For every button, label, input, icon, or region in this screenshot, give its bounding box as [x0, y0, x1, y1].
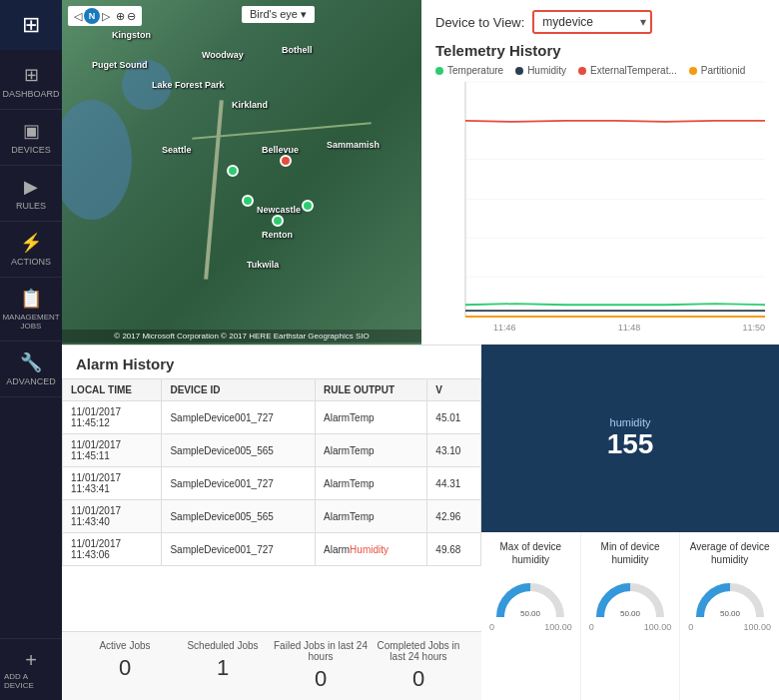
sidebar-logo: ⊞	[0, 0, 62, 50]
cell-device: SampleDevice005_565	[162, 500, 316, 533]
gauge-title-min: Min of device humidity	[589, 540, 672, 566]
map-zoom-in[interactable]: ⊕	[116, 10, 125, 23]
sidebar-item-devices[interactable]: ▣ DEVICES	[0, 110, 62, 166]
legend-dot-partition	[689, 67, 697, 75]
map-label-renton: Renton	[262, 230, 293, 240]
alarm-table-wrapper[interactable]: LOCAL TIME DEVICE ID RULE OUTPUT V 11/01…	[62, 378, 481, 631]
device-to-view-label: Device to View:	[435, 15, 524, 30]
map-zoom-out[interactable]: ⊖	[127, 10, 136, 23]
management-icon: 📋	[20, 288, 42, 310]
map-label-bellevue: Bellevue	[262, 145, 299, 155]
cell-value: 44.31	[427, 467, 481, 500]
map-road-i5	[204, 100, 224, 280]
sidebar-item-actions[interactable]: ⚡ ACTIONS	[0, 222, 62, 278]
gauge-svg-max: 50.00	[490, 572, 570, 622]
actions-icon: ⚡	[20, 232, 42, 254]
sidebar-item-advanced[interactable]: 🔧 ADVANCED	[0, 342, 62, 397]
sidebar-item-label: ACTIONS	[11, 257, 51, 267]
legend-external: ExternalTemperat...	[578, 65, 677, 76]
col-value: V	[427, 379, 481, 401]
map-back-icon[interactable]: ◁	[74, 10, 82, 23]
gauge-max-label-3: 100.00	[743, 622, 771, 632]
map-label-kirkland: Kirkland	[232, 100, 268, 110]
bottom-row: Alarm History LOCAL TIME DEVICE ID RULE …	[62, 345, 779, 700]
sidebar-item-rules[interactable]: ▶ RULES	[0, 166, 62, 222]
x-label-1148: 11:48	[618, 323, 641, 333]
map-label-seattle: Seattle	[162, 145, 192, 155]
chart-area: 11:46 11:48 11:50	[465, 82, 765, 317]
gauge-range-avg: 0 100.00	[688, 622, 771, 632]
gauge-svg-min: 50.00	[590, 572, 670, 622]
device-select-wrapper: mydevice	[532, 10, 652, 34]
cell-device: SampleDevice005_565	[162, 434, 316, 467]
col-time: LOCAL TIME	[63, 379, 162, 401]
map-toolbar: ◁ N ▷ ⊕ ⊖	[68, 6, 142, 26]
col-device: DEVICE ID	[162, 379, 316, 401]
job-completed: Completed Jobs in last 24 hours 0	[370, 640, 467, 692]
devices-icon: ▣	[23, 120, 40, 142]
legend-label-external: ExternalTemperat...	[590, 65, 677, 76]
sidebar-item-label: DASHBOARD	[3, 89, 60, 99]
table-row: 11/01/201711:45:12 SampleDevice001_727 A…	[63, 401, 481, 434]
birds-eye-label: Bird's eye ▾	[250, 8, 307, 20]
legend-dot-external	[578, 67, 586, 75]
cell-device: SampleDevice001_727	[162, 401, 316, 434]
map-birds-eye[interactable]: Bird's eye ▾	[242, 6, 315, 23]
table-row: 11/01/201711:43:41 SampleDevice001_727 A…	[63, 467, 481, 500]
map-pin-green-3[interactable]	[302, 200, 314, 212]
gauge-range-min: 0 100.00	[589, 622, 672, 632]
cell-value: 43.10	[427, 434, 481, 467]
device-select[interactable]: mydevice	[532, 10, 652, 34]
cell-value: 49.68	[427, 533, 481, 566]
sidebar-item-dashboard[interactable]: ⊞ DASHBOARD	[0, 54, 62, 110]
add-device-label: ADD A DEVICE	[4, 672, 58, 690]
gauge-card-avg: Average of device humidity 50.00 0 100.0…	[680, 532, 779, 700]
rules-icon: ▶	[24, 176, 38, 198]
chart-svg	[465, 82, 765, 317]
alarm-table-header: LOCAL TIME DEVICE ID RULE OUTPUT V	[63, 379, 481, 401]
job-failed-label: Failed Jobs in last 24 hours	[272, 640, 370, 662]
cell-device: SampleDevice001_727	[162, 467, 316, 500]
alarm-title: Alarm History	[62, 346, 481, 378]
legend-label-temp: Temperature	[447, 65, 503, 76]
map-label-woodway: Woodway	[202, 50, 244, 60]
job-failed: Failed Jobs in last 24 hours 0	[272, 640, 370, 692]
job-active-value: 0	[76, 655, 174, 681]
cell-time: 11/01/201711:43:40	[63, 500, 162, 533]
map-forward-icon[interactable]: ▷	[102, 10, 110, 23]
top-row: ◁ N ▷ ⊕ ⊖ Bird's eye ▾ Kingston Woodway …	[62, 0, 779, 345]
right-panels: humidity 155 Max of device humidity 50.0…	[481, 345, 779, 700]
table-row: 11/01/201711:43:40 SampleDevice005_565 A…	[63, 500, 481, 533]
job-failed-value: 0	[272, 666, 370, 692]
map-pin-green-1[interactable]	[242, 195, 254, 207]
map-pin-red[interactable]	[280, 155, 292, 167]
cell-rule: AlarmTemp	[315, 500, 426, 533]
gauge-row: Max of device humidity 50.00 0 100.00 Mi…	[481, 532, 779, 700]
cell-value: 45.01	[427, 401, 481, 434]
map-pin-green-2[interactable]	[272, 215, 284, 227]
chart-legend: Temperature Humidity ExternalTemperat...…	[435, 65, 765, 76]
chart-wrapper: 60 50 40 30 20 10 0	[435, 82, 765, 335]
add-device-button[interactable]: + ADD A DEVICE	[0, 638, 62, 700]
gauge-title-max: Max of device humidity	[489, 540, 572, 566]
alarm-panel: Alarm History LOCAL TIME DEVICE ID RULE …	[62, 345, 481, 700]
legend-label-humidity: Humidity	[527, 65, 566, 76]
legend-partition: Partitionid	[689, 65, 745, 76]
sidebar-item-management[interactable]: 📋 MANAGEMENT JOBS	[0, 278, 62, 342]
sidebar-item-label: ADVANCED	[6, 376, 55, 386]
job-active-label: Active Jobs	[76, 640, 174, 651]
x-label-1146: 11:46	[493, 323, 516, 333]
map-container: ◁ N ▷ ⊕ ⊖ Bird's eye ▾ Kingston Woodway …	[62, 0, 421, 345]
map-north-icon: N	[84, 8, 100, 24]
humidity-tile: humidity 155	[481, 345, 779, 532]
map-label-tukwila: Tukwila	[247, 260, 279, 270]
map-pin-green-4[interactable]	[227, 165, 239, 177]
job-completed-value: 0	[370, 666, 467, 692]
legend-humidity: Humidity	[515, 65, 566, 76]
table-row: 11/01/201711:45:11 SampleDevice005_565 A…	[63, 434, 481, 467]
gauge-card-min: Min of device humidity 50.00 0 100.00	[581, 532, 680, 700]
job-scheduled: Scheduled Jobs 1	[174, 640, 272, 692]
device-to-view: Device to View: mydevice	[435, 10, 765, 34]
map-label-newcastle: Newcastle	[257, 205, 301, 215]
alarm-table: LOCAL TIME DEVICE ID RULE OUTPUT V 11/01…	[62, 378, 481, 566]
